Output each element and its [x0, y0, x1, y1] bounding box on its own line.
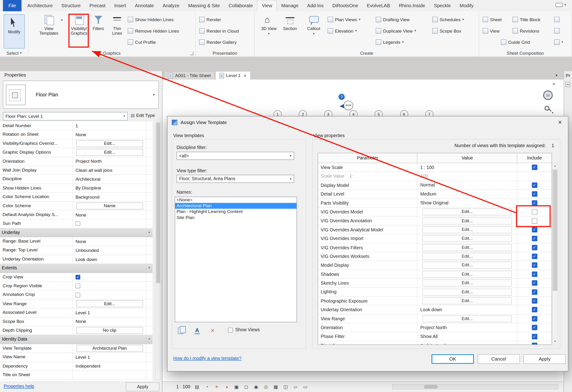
view-scale-control[interactable]: 1 : 100: [176, 384, 190, 390]
legends-button[interactable]: Legends▾: [376, 36, 416, 48]
shadows-icon[interactable]: ◑: [223, 384, 230, 390]
parameter-value[interactable]: Edit...: [417, 225, 518, 234]
property-value[interactable]: [73, 282, 146, 290]
value-button[interactable]: Name: [76, 202, 143, 210]
property-group-identity-data[interactable]: Identity Data▴: [0, 335, 152, 344]
parameter-value[interactable]: Medium: [417, 190, 518, 198]
type-selector[interactable]: Floor Plan ▾: [3, 81, 159, 109]
show-analytical-model-icon[interactable]: ◫: [283, 384, 289, 390]
close-icon[interactable]: ✕: [558, 119, 562, 125]
edit-type-button[interactable]: ▤Edit Type: [130, 113, 155, 118]
view-templates-button[interactable]: View Templates ▾: [37, 14, 61, 36]
temporary-hide-isolate-icon[interactable]: ◉: [253, 384, 259, 390]
reveal-hidden-elements-icon[interactable]: ◎: [263, 384, 269, 390]
schedules-button[interactable]: Schedules▾: [432, 14, 464, 25]
section-marker[interactable]: A104: [339, 101, 354, 111]
property-value[interactable]: By Discipline: [73, 184, 146, 193]
include-checkbox[interactable]: ✓: [532, 262, 537, 268]
include-checkbox[interactable]: ✓: [532, 325, 537, 330]
close-icon[interactable]: ✕: [552, 82, 556, 86]
detail-level-icon[interactable]: ▤: [194, 384, 200, 390]
temporary-view-properties-icon[interactable]: ▦: [273, 384, 279, 390]
dialog-help-link[interactable]: How do I modify a view template?: [173, 356, 241, 361]
ribbon-tab-massing-site[interactable]: Massing & Site: [184, 0, 224, 11]
include-checkbox[interactable]: ✓: [532, 289, 537, 295]
sheet-extra-button-1[interactable]: [554, 15, 560, 24]
ribbon-tab-manage[interactable]: Manage: [277, 0, 303, 11]
template-name-none[interactable]: <None>: [175, 197, 297, 203]
checkbox[interactable]: [75, 293, 80, 297]
show-views-checkbox[interactable]: Show Views: [228, 327, 260, 332]
constraints-icon[interactable]: ▭: [302, 384, 309, 390]
guide-grid-button[interactable]: Guide Grid: [501, 37, 530, 47]
property-value[interactable]: ✓: [73, 273, 146, 281]
close-icon[interactable]: ✕: [243, 74, 246, 78]
view-tab-level-1[interactable]: Level 1✕: [215, 71, 251, 80]
edit-button[interactable]: Edit...: [423, 208, 512, 215]
include-checkbox[interactable]: ✓: [532, 236, 537, 241]
ribbon-tab-file[interactable]: File: [3, 0, 22, 11]
property-value[interactable]: [73, 291, 146, 299]
show-crop-region-icon[interactable]: ◻: [243, 384, 250, 390]
parameter-value[interactable]: Show Original: [417, 199, 518, 207]
parameter-value[interactable]: 100: [417, 172, 518, 181]
render-gallery-button[interactable]: Render Gallery: [199, 36, 239, 48]
ribbon-tab-dirootsone[interactable]: DiRootsOne: [328, 0, 363, 11]
collapse-panel-icon[interactable]: [566, 82, 570, 87]
edit-button[interactable]: Edit...: [423, 288, 512, 295]
steering-wheel-icon[interactable]: 2D: [543, 91, 553, 100]
visibility-graphics-button[interactable]: Visibility/ Graphics: [69, 14, 89, 36]
scroll-down-icon[interactable]: ▼: [552, 339, 558, 344]
zoom-icon[interactable]: ▾: [544, 105, 553, 114]
property-value[interactable]: None: [73, 237, 146, 246]
parameter-value[interactable]: Edit...: [417, 243, 518, 252]
value-button[interactable]: No clip: [76, 327, 143, 334]
title-block-button[interactable]: Title Block: [512, 15, 540, 24]
property-group-underlay[interactable]: Underlay▴: [0, 228, 152, 237]
parameter-value[interactable]: Edit...: [417, 234, 518, 243]
view-tab-overflow-icon[interactable]: ▾: [556, 73, 557, 77]
include-checkbox[interactable]: [532, 218, 537, 224]
worksharing-display-icon[interactable]: ▱: [292, 384, 299, 390]
edit-button[interactable]: Edit...: [423, 235, 512, 242]
include-checkbox[interactable]: ✓: [532, 191, 537, 197]
include-checkbox[interactable]: [532, 209, 537, 215]
sheet-extra-button-2[interactable]: [554, 26, 560, 36]
ok-button[interactable]: OK: [431, 354, 474, 364]
apply-button[interactable]: Apply: [524, 354, 566, 364]
edit-button[interactable]: Edit...: [423, 244, 512, 251]
value-button[interactable]: Edit...: [76, 300, 143, 307]
cancel-button[interactable]: Cancel: [477, 354, 520, 364]
properties-help-link[interactable]: Properties help: [4, 384, 34, 389]
view-on-sheet-button[interactable]: View: [483, 26, 500, 36]
include-checkbox[interactable]: ✓: [532, 307, 537, 313]
include-checkbox[interactable]: ✓: [532, 334, 537, 339]
parameter-value[interactable]: Architectural: [417, 341, 518, 345]
property-value[interactable]: Unbounded: [73, 246, 146, 255]
include-checkbox[interactable]: ✓: [532, 164, 537, 170]
template-name-site-plan[interactable]: Site Plan: [175, 215, 297, 220]
ribbon-tab-view[interactable]: View: [257, 0, 277, 11]
callout-button[interactable]: Callout ▾: [304, 14, 323, 36]
table-scrollbar[interactable]: ▲ ▼: [552, 163, 558, 345]
edit-button[interactable]: Edit...: [423, 315, 512, 322]
property-value[interactable]: Background: [73, 193, 146, 201]
parameter-value[interactable]: Edit...: [417, 261, 518, 270]
ribbon-tab-precast[interactable]: Precast: [85, 0, 110, 11]
edit-button[interactable]: Edit...: [423, 217, 512, 224]
template-name-plan-highlight-learning-content[interactable]: Plan - Highlight Learning Content: [175, 209, 297, 215]
edit-button[interactable]: Edit...: [423, 262, 512, 269]
property-value[interactable]: Architectural: [73, 175, 146, 183]
sheet-button[interactable]: Sheet: [483, 15, 502, 24]
modify-button[interactable]: Modify: [4, 14, 25, 49]
sheet-extra-button-3[interactable]: ▾: [554, 37, 563, 47]
filters-button[interactable]: Filters: [90, 14, 107, 31]
value-button[interactable]: Edit...: [76, 149, 143, 156]
value-button[interactable]: Architectural Plan: [76, 345, 143, 352]
parameter-value[interactable]: Edit...: [417, 208, 518, 216]
parameter-value[interactable]: Edit...: [417, 279, 518, 288]
ribbon-tab-architecture[interactable]: Architecture: [23, 0, 57, 11]
edit-button[interactable]: Edit...: [423, 271, 512, 278]
parameter-value[interactable]: Edit...: [417, 216, 518, 225]
ribbon-tab-speckle[interactable]: Speckle: [429, 0, 455, 11]
